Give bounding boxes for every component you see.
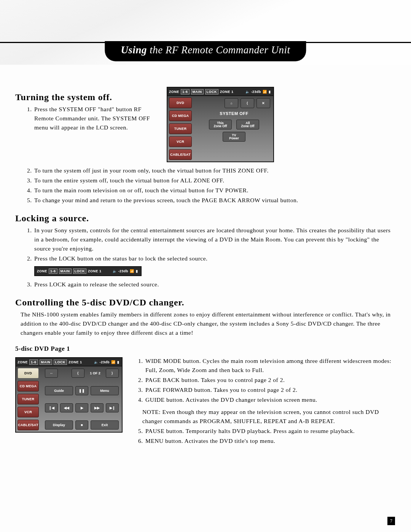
- page-back-button[interactable]: ⟨: [72, 369, 84, 378]
- this-zone-off-button[interactable]: This Zone Off: [209, 120, 232, 129]
- display-button[interactable]: Display: [45, 420, 73, 430]
- status-zone-label: ZONE: [169, 90, 179, 94]
- source-cable-sat[interactable]: CABLE/SAT: [169, 149, 192, 160]
- guide-button[interactable]: Guide: [45, 386, 73, 395]
- system-off-panel: ⌂ ⟨ ✕ System Off This Zone Off All: [193, 96, 273, 161]
- dvd-step-3: PAGE FORWARD button. Takes you to contro…: [145, 385, 396, 395]
- dvd-steps-b: PAUSE button. Temporarily halts DVD play…: [133, 427, 396, 446]
- status-bar-strip: ZONE 1-6 MAIN LOCK ZONE 1 🔈 -23db 📶 ▮: [35, 267, 141, 275]
- signal-icon: 📶: [263, 90, 266, 94]
- wide-mode-button[interactable]: ↔: [45, 369, 58, 378]
- exit-button[interactable]: Exit: [91, 420, 119, 430]
- page-number: 7: [387, 517, 395, 525]
- source-list: DVD CD MEGA TUNER VCR CABLE/SAT: [16, 366, 40, 432]
- step-4: To turn the main room television on or o…: [33, 186, 396, 195]
- source-tuner[interactable]: TUNER: [18, 394, 39, 404]
- lcd-dvd-page1-screenshot: ZONE 1-6 MAIN LOCK ZONE 1 🔈 -23db 📶 ▮ DV…: [15, 357, 123, 433]
- status-zone-sel: ZONE 1: [68, 360, 82, 364]
- subheading-5disc: 5-disc DVD Page 1: [15, 345, 396, 353]
- dvd-step-5: PAUSE button. Temporarily halts DVD play…: [145, 427, 396, 436]
- status-zone-sel: ZONE 1: [220, 90, 234, 94]
- source-tuner[interactable]: TUNER: [169, 123, 192, 134]
- source-dvd[interactable]: DVD: [18, 368, 39, 379]
- dvd-screen-body: DVD CD MEGA TUNER VCR CABLE/SAT ↔ ⟨ 1 OF…: [16, 366, 122, 432]
- tools-icon[interactable]: ✕: [256, 98, 270, 108]
- fast-forward-button[interactable]: ▶▶: [91, 403, 104, 412]
- dvd-panel: ↔ ⟨ 1 OF 2 ⟩ Guide ❚❚ Menu ❙◀: [40, 366, 122, 432]
- status-zone-range[interactable]: 1-6: [181, 89, 190, 94]
- step-1: Press the SYSTEM OFF "hard" button RF Re…: [33, 105, 156, 132]
- status-zone-range[interactable]: 1-6: [29, 359, 38, 365]
- page-indicator: 1 OF 2: [87, 371, 104, 375]
- status-lock[interactable]: LOCK: [205, 89, 219, 94]
- dvd-step-6: MENU button. Activates the DVD title's t…: [145, 436, 396, 446]
- strip-zone-label: ZONE: [37, 269, 47, 273]
- locking-steps-a: In your Sony system, controls for the ce…: [15, 226, 396, 263]
- tv-power-button[interactable]: TV Power: [223, 132, 245, 142]
- step-3: To turn the entire system off, touch the…: [33, 176, 396, 185]
- heading-dvd-changer: Controlling the 5-disc DVD/CD changer.: [15, 297, 396, 308]
- status-lock[interactable]: LOCK: [54, 359, 67, 365]
- home-icon[interactable]: ⌂: [225, 98, 238, 108]
- dvd-page1-row: ZONE 1-6 MAIN LOCK ZONE 1 🔈 -23db 📶 ▮ DV…: [15, 356, 396, 449]
- status-zone-label: ZONE: [18, 360, 28, 364]
- manual-page: Using the RF Remote Commander Unit Turni…: [0, 0, 411, 532]
- battery-icon: ▮: [135, 269, 139, 273]
- page-content: Turning the system off. Press the SYSTEM…: [0, 0, 411, 449]
- page-back-arrow-icon[interactable]: ⟨: [241, 98, 254, 108]
- source-vcr[interactable]: VCR: [18, 407, 39, 417]
- status-bar: ZONE 1-6 MAIN LOCK ZONE 1 🔈 -23db 📶 ▮: [16, 358, 122, 366]
- heading-turning-off: Turning the system off.: [15, 92, 156, 102]
- dvd-steps-a: WIDE MODE button. Cycles the main room t…: [133, 356, 396, 404]
- strip-volume: -23db: [118, 269, 128, 273]
- page-forward-button[interactable]: ⟩: [106, 369, 119, 378]
- source-dvd[interactable]: DVD: [169, 97, 192, 108]
- dvd-note: NOTE: Even though they may appear on the…: [142, 407, 396, 426]
- status-main[interactable]: MAIN: [191, 89, 204, 94]
- lock-step-1: In your Sony system, controls for the ce…: [33, 226, 396, 253]
- section-turning-off: Turning the system off. Press the SYSTEM…: [15, 84, 396, 162]
- lcd-system-off-screenshot: ZONE 1-6 MAIN LOCK ZONE 1 🔈 -23db 📶 ▮ DV…: [167, 87, 274, 162]
- dvd-step-4: GUIDE button. Activates the DVD changer …: [145, 395, 396, 404]
- status-main[interactable]: MAIN: [40, 359, 52, 365]
- pause-button[interactable]: ❚❚: [75, 386, 88, 395]
- volume-icon: 🔈: [94, 360, 98, 364]
- heading-locking: Locking a source.: [15, 213, 396, 224]
- menu-button[interactable]: Menu: [91, 386, 119, 395]
- skip-forward-button[interactable]: ▶❙: [106, 403, 119, 412]
- source-vcr[interactable]: VCR: [169, 136, 192, 147]
- signal-icon: 📶: [111, 360, 115, 364]
- turning-off-steps-b: To turn the system off just in your room…: [15, 166, 396, 205]
- signal-icon: 📶: [130, 269, 134, 273]
- battery-icon: ▮: [268, 90, 272, 94]
- all-zone-off-button[interactable]: All Zone Off: [236, 120, 259, 129]
- status-volume: -23db: [251, 90, 261, 94]
- source-list: DVD CD MEGA TUNER VCR CABLE/SAT: [167, 96, 193, 161]
- strip-zone-sel: ZONE 1: [88, 269, 102, 273]
- dvd-step-2: PAGE BACK button. Takes you to control p…: [145, 375, 396, 385]
- stop-button[interactable]: ■: [75, 420, 88, 430]
- volume-icon: 🔈: [113, 269, 116, 273]
- screen1-body: DVD CD MEGA TUNER VCR CABLE/SAT ⌂ ⟨ ✕ Sy…: [167, 96, 273, 161]
- lock-step-2: Press the LOCK button on the status bar …: [33, 254, 396, 263]
- dvd-step-1: WIDE MODE button. Cycles the main room t…: [145, 356, 396, 375]
- status-bar: ZONE 1-6 MAIN LOCK ZONE 1 🔈 -23db 📶 ▮: [167, 88, 273, 96]
- rewind-button[interactable]: ◀◀: [60, 403, 73, 412]
- system-off-label: System Off: [198, 111, 270, 116]
- strip-main[interactable]: MAIN: [59, 268, 72, 274]
- source-cable-sat[interactable]: CABLE/SAT: [18, 420, 39, 430]
- status-bar-closeup: ZONE 1-6 MAIN LOCK ZONE 1 🔈 -23db 📶 ▮: [34, 266, 396, 276]
- dvd-steps-col: WIDE MODE button. Cycles the main room t…: [133, 356, 396, 449]
- strip-zone-range[interactable]: 1-6: [49, 268, 57, 274]
- source-cd-mega[interactable]: CD MEGA: [169, 110, 192, 121]
- step-2: To turn the system off just in your room…: [33, 166, 396, 175]
- strip-lock[interactable]: LOCK: [73, 268, 87, 274]
- status-volume: -23db: [99, 360, 110, 364]
- locking-steps-b: Press LOCK again to release the selected…: [15, 280, 396, 289]
- battery-icon: ▮: [116, 360, 120, 364]
- dvd-intro-para: The NHS-1000 system enables family membe…: [21, 310, 396, 337]
- play-button[interactable]: ▶: [75, 403, 88, 412]
- source-cd-mega[interactable]: CD MEGA: [18, 381, 39, 391]
- volume-icon: 🔈: [245, 90, 249, 94]
- skip-back-button[interactable]: ❙◀: [45, 403, 58, 412]
